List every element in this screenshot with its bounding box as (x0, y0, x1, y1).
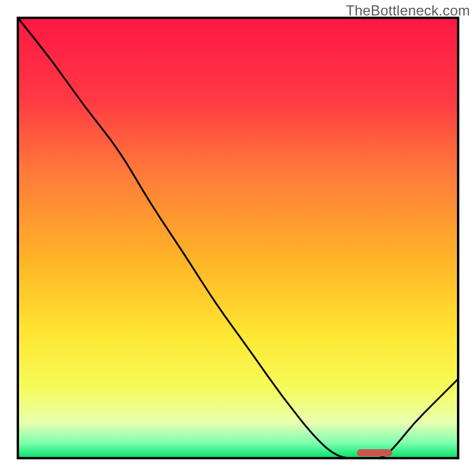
bottleneck-chart (0, 0, 476, 476)
chart-container: TheBottleneck.com (0, 0, 476, 476)
optimal-marker (357, 449, 392, 456)
plot-background (18, 18, 458, 458)
watermark-text: TheBottleneck.com (346, 2, 470, 19)
